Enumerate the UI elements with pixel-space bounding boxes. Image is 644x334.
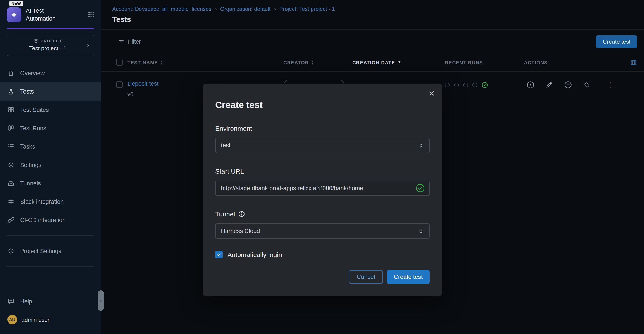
sort-desc-icon: ▼ xyxy=(160,62,163,65)
modal-title: Create test xyxy=(215,84,430,110)
sidebar-item-label: CI-CD integration xyxy=(20,217,66,223)
sort-desc-icon: ▼ xyxy=(311,62,314,65)
modal-actions: Cancel Create test xyxy=(215,270,430,284)
gear-icon xyxy=(8,161,14,168)
breadcrumb-separator: › xyxy=(215,6,216,12)
sidebar-item-settings[interactable]: Settings xyxy=(0,156,101,174)
sidebar-item-test-suites[interactable]: Test Suites xyxy=(0,101,101,119)
project-label: PROJECT xyxy=(40,39,62,43)
sidebar-item-label: Slack integration xyxy=(20,198,64,205)
sort-desc-icon: ▼ xyxy=(398,60,402,64)
sidebar-item-label: Tests xyxy=(20,88,34,95)
more-actions-button[interactable]: ⋮ xyxy=(607,81,614,89)
breadcrumb-organization-link[interactable]: Organization: default xyxy=(220,6,270,12)
sidebar-item-tunnels[interactable]: Tunnels xyxy=(0,174,101,192)
sidebar-nav: Overview Tests Test Suites Test Runs Tas… xyxy=(0,64,101,229)
sidebar-item-overview[interactable]: Overview xyxy=(0,64,101,82)
filter-button[interactable]: Filter xyxy=(118,38,141,45)
run-status-dot[interactable] xyxy=(463,83,468,87)
run-status-dot[interactable] xyxy=(472,83,477,87)
project-selector[interactable]: PROJECT Test project - 1 xyxy=(6,35,94,56)
column-header-test-name[interactable]: TEST NAME ▲ ▼ xyxy=(128,60,283,65)
recent-runs-cell xyxy=(445,82,524,88)
new-badge: NEW xyxy=(9,1,23,6)
sidebar-bottom: Help AU admin user xyxy=(0,292,101,334)
logo-icon xyxy=(10,11,18,19)
sidebar-item-label: Test Suites xyxy=(20,106,49,113)
create-test-button[interactable]: Create test xyxy=(596,35,637,48)
tunnel-label-row: Tunnel xyxy=(215,210,430,218)
sidebar-item-help[interactable]: Help xyxy=(0,292,101,310)
select-stepper-icon xyxy=(418,142,424,148)
sidebar-item-label: Settings xyxy=(20,161,42,168)
link-icon xyxy=(8,216,14,223)
valid-check-icon xyxy=(416,184,425,193)
app-logo xyxy=(6,7,22,22)
filter-icon xyxy=(118,38,124,45)
project-cube-icon xyxy=(34,39,38,43)
home-icon xyxy=(8,70,14,77)
chevron-right-icon xyxy=(85,42,91,48)
filter-label: Filter xyxy=(128,38,141,45)
tunnel-select[interactable]: Harness Cloud xyxy=(215,223,430,239)
column-label: CREATION DATE xyxy=(352,60,395,65)
select-stepper-icon xyxy=(418,228,424,234)
tunnel-label: Tunnel xyxy=(215,210,235,218)
breadcrumb-account-link[interactable]: Account: Devspace_all_module_licenses xyxy=(112,6,211,12)
column-header-creator[interactable]: CREATOR ▲ ▼ xyxy=(283,60,352,65)
sidebar-item-project-settings[interactable]: Project Settings xyxy=(0,242,101,260)
add-plus-button[interactable] xyxy=(564,81,572,89)
sidebar-item-test-runs[interactable]: Test Runs xyxy=(0,119,101,137)
edit-pencil-button[interactable] xyxy=(545,81,553,89)
sidebar-item-slack-integration[interactable]: Slack integration xyxy=(0,192,101,211)
run-test-button[interactable] xyxy=(526,81,534,89)
sidebar: NEW AI Test Automation xyxy=(0,0,101,334)
info-icon[interactable] xyxy=(238,211,245,217)
slack-icon xyxy=(8,198,14,205)
sidebar-item-tasks[interactable]: Tasks xyxy=(0,137,101,156)
sidebar-item-label: Tasks xyxy=(20,143,35,150)
flask-icon xyxy=(8,88,14,95)
grid-icon xyxy=(8,106,14,113)
run-status-dot[interactable] xyxy=(445,83,450,87)
column-label: CREATOR xyxy=(283,60,309,65)
column-header-creation-date[interactable]: CREATION DATE ▼ xyxy=(352,60,445,65)
avatar: AU xyxy=(8,315,17,324)
apps-grid-icon xyxy=(88,11,94,18)
sort-icons: ▲ ▼ xyxy=(160,60,163,65)
sidebar-item-label: Overview xyxy=(20,70,45,76)
breadcrumb: Account: Devspace_all_module_licenses › … xyxy=(101,0,644,12)
chevron-left-icon: ‹ xyxy=(100,298,102,303)
close-icon[interactable]: × xyxy=(429,89,434,98)
sidebar-item-label: Project Settings xyxy=(20,248,61,254)
sort-icons: ▲ ▼ xyxy=(311,60,314,65)
sidebar-item-cicd-integration[interactable]: CI-CD integration xyxy=(0,211,101,229)
start-url-input[interactable] xyxy=(221,185,412,192)
environment-select[interactable]: test xyxy=(215,138,430,153)
app-title-line1: AI Test xyxy=(26,7,56,15)
select-all-checkbox[interactable] xyxy=(116,59,123,66)
create-test-modal: × Create test Environment test Start URL… xyxy=(202,84,442,296)
tag-button[interactable] xyxy=(583,81,591,89)
apps-grid-button[interactable] xyxy=(88,11,94,18)
column-header-recent-runs: RECENT RUNS xyxy=(445,60,524,65)
cancel-button[interactable]: Cancel xyxy=(349,270,383,284)
sidebar-item-label: Help xyxy=(20,298,32,304)
modal-create-test-button[interactable]: Create test xyxy=(387,270,430,284)
column-settings-button[interactable] xyxy=(630,59,637,66)
user-menu[interactable]: AU admin user xyxy=(0,310,101,329)
auto-login-label: Automatically login xyxy=(228,251,282,258)
row-checkbox[interactable] xyxy=(116,81,123,88)
app-title: AI Test Automation xyxy=(26,7,56,22)
run-status-passed-icon[interactable] xyxy=(482,82,488,88)
auto-login-checkbox[interactable] xyxy=(215,251,223,258)
breadcrumb-project-link[interactable]: Project: Test project - 1 xyxy=(279,6,335,12)
run-status-dot[interactable] xyxy=(454,83,459,87)
help-chat-icon xyxy=(8,298,14,305)
start-url-label: Start URL xyxy=(215,168,430,175)
sidebar-accent-line xyxy=(6,28,94,29)
environment-value: test xyxy=(221,142,230,149)
sidebar-collapse-handle[interactable]: ‹ xyxy=(98,290,104,311)
sidebar-item-tests[interactable]: Tests xyxy=(0,82,101,101)
app-root: NEW AI Test Automation xyxy=(0,0,644,334)
